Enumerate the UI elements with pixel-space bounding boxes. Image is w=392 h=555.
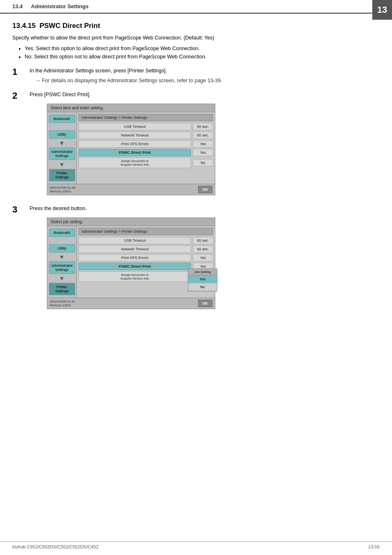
intro-text: Specify whether to allow the direct prin… [12,34,380,42]
bookmark-btn[interactable]: Bookmark [49,115,75,123]
step-1: 1 In the Administrator Settings screen, … [12,67,380,85]
row4-value: Yes [193,149,213,156]
s2-row3-value: Yes [193,254,213,261]
screen1: Select item and enter setting. Bookmark … [47,104,215,195]
main-content: 13.4.15 PSWC Direct Print Specify whethe… [0,14,392,331]
page-footer: bizhub C652/C652DS/C552/C552DS/C452 13-5… [0,541,392,549]
admin-arrow: ▼ [59,162,65,167]
printer-settings-btn[interactable]: Printer Settings [49,169,75,181]
step-1-text: In the Administrator Settings screen, pr… [30,67,380,75]
screen2-row-4: PSWC Direct Print Yes Job Setting Yes No [78,263,213,270]
screen1-body: Bookmark Utility ▼ Administrator Setting… [47,112,215,184]
admin-settings-btn[interactable]: Administrator Settings [49,148,75,160]
step-2-content: Press [PSWC Direct Print]. Select item a… [30,90,380,199]
screen1-row-4: PSWC Direct Print Yes [78,149,213,156]
row1-label: USB Timeout [78,123,191,130]
s2-admin-arrow: ▼ [59,275,65,281]
screen2-row-1: USB Timeout 60 sec. [78,237,213,244]
screen2: Select job setting. Bookmark Utility ▼ A… [47,217,215,309]
bullet-list: Yes: Select this option to allow direct … [25,44,380,61]
screen1-row-2: Network Timeout 60 sec. [78,132,213,139]
utility-btn[interactable]: Utility [49,130,75,139]
s2-row1-value: 60 sec. [193,237,213,244]
screen2-topbar: Select job setting. [47,218,215,226]
footer-page: 13-55 [368,544,380,549]
screen2-ok-button[interactable]: OK [198,300,213,307]
s2-row4-label[interactable]: PSWC Direct Print [78,263,191,270]
screen1-row-5: Assign Accounts toAcquire Device Info No [78,157,213,168]
screen1-footer: 09/23/2009 01:46 Memory 100% OK [47,184,215,195]
popup-title: Job Setting [188,269,217,275]
screen1-nav: Bookmark Utility ▼ Administrator Setting… [47,112,77,184]
step-3: 3 Press the desired button. Select job s… [12,204,380,312]
bullet-2: No: Select this option not to allow dire… [25,53,380,61]
screen1-ok-button[interactable]: OK [198,186,213,193]
row3-value: Yes [193,140,213,148]
step-2-text: Press [PSWC Direct Print]. [30,90,380,99]
s2-printer-settings-btn[interactable]: Printer Settings [49,283,75,295]
screen2-body: Bookmark Utility ▼ Administrator Setting… [47,226,215,298]
s2-row3-label: Print XPS Errors [78,254,191,261]
screen1-breadcrumb: Administrator Settings > Printer Setting… [78,114,213,121]
screen2-nav: Bookmark Utility ▼ Administrator Setting… [47,226,77,298]
screen2-row-2: Network Timeout 60 sec. [78,245,213,253]
row2-value: 60 sec. [193,132,213,139]
screen2-footer: 09/23/2009 01:47 Memory 100% OK [47,298,215,309]
s2-row2-value: 60 sec. [193,245,213,253]
page-badge: 13 [372,0,392,20]
section-heading: 13.4.15 PSWC Direct Print [12,22,380,30]
screen2-row-3: Print XPS Errors Yes [78,254,213,261]
s2-bookmark-btn[interactable]: Bookmark [49,229,75,237]
popup-no-button[interactable]: No [188,283,217,291]
section-number: 13.4.15 [12,22,36,30]
screen1-date: 09/23/2009 01:46 Memory 100% [50,186,75,193]
row4-label[interactable]: PSWC Direct Print [78,149,191,156]
screen1-wrapper: Select item and enter setting. Bookmark … [47,104,215,195]
row5-value: No [193,159,213,166]
page-header: 13.4 Administrator Settings [0,0,372,14]
screen1-row-3: Print XPS Errors Yes [78,140,213,148]
step-1-arrow: → For details on displaying the Administ… [35,76,380,85]
utility-arrow: ▼ [59,140,65,146]
row5-label: Assign Accounts toAcquire Device Info [78,157,191,168]
section-title: PSWC Direct Print [39,22,100,30]
s2-utility-arrow: ▼ [59,254,65,260]
job-setting-popup: Job Setting Yes No [188,268,217,291]
row2-label: Network Timeout [78,132,191,139]
bullet-1: Yes: Select this option to allow direct … [25,44,380,53]
screen1-main: Administrator Settings > Printer Setting… [77,112,215,184]
screen2-main: Administrator Settings > Printer Setting… [77,226,215,298]
screen2-breadcrumb: Administrator Settings > Printer Setting… [78,228,213,235]
screen2-date: 09/23/2009 01:47 Memory 100% [50,300,75,307]
step-1-num: 1 [12,67,24,77]
s2-row1-label: USB Timeout [78,237,191,244]
step-2-num: 2 [12,90,24,101]
footer-model: bizhub C652/C652DS/C552/C552DS/C452 [12,544,99,549]
screen2-wrapper: Select job setting. Bookmark Utility ▼ A… [47,217,215,309]
row1-value: 60 sec. [193,123,213,130]
popup-yes-button[interactable]: Yes [188,275,217,283]
header-section-title: Administrator Settings [31,3,88,9]
s2-admin-settings-btn[interactable]: Administrator Settings [49,261,75,274]
screen1-row-1: USB Timeout 60 sec. [78,123,213,130]
step-3-text: Press the desired button. [30,204,380,213]
screen1-topbar: Select item and enter setting. [47,104,215,112]
step-3-content: Press the desired button. Select job set… [30,204,380,312]
s2-row2-label: Network Timeout [78,245,191,253]
step-2: 2 Press [PSWC Direct Print]. Select item… [12,90,380,199]
header-section-num: 13.4 [12,3,23,9]
step-1-content: In the Administrator Settings screen, pr… [30,67,380,85]
s2-row5-label: Assign Accounts toAcquire Device Info [78,271,191,282]
step-3-num: 3 [12,204,24,215]
s2-utility-btn[interactable]: Utility [49,244,75,252]
row3-label: Print XPS Errors [78,140,191,148]
